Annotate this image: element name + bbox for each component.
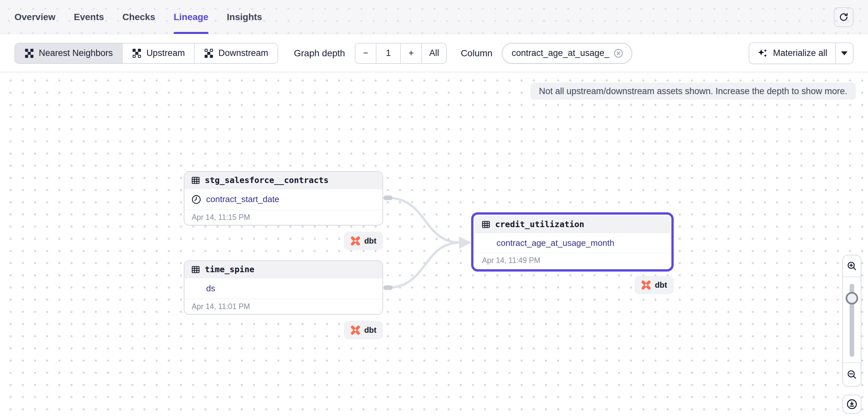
mode-downstream[interactable]: Downstream (195, 44, 278, 63)
column-name: ds (206, 283, 215, 293)
dbt-badge: dbt (634, 276, 674, 294)
zoom-in-button[interactable] (843, 255, 861, 277)
mode-upstream-label: Upstream (146, 48, 185, 58)
depth-increase-button[interactable]: + (401, 44, 422, 63)
tab-overview[interactable]: Overview (14, 0, 56, 34)
zoom-slider-handle[interactable] (846, 292, 858, 305)
tab-checks-label: Checks (122, 12, 155, 22)
depth-decrease-button[interactable]: − (355, 44, 376, 63)
tab-insights[interactable]: Insights (227, 0, 262, 34)
refresh-icon (838, 12, 849, 22)
node-header: time_spine (184, 261, 382, 278)
node-updated-at: Apr 14, 11:15 PM (184, 210, 382, 225)
edge-source-handle (383, 196, 393, 200)
node-time-spine[interactable]: time_spine ds Apr 14, 11:01 PM (184, 260, 383, 315)
node-updated-at: Apr 14, 11:01 PM (184, 299, 382, 314)
dbt-badge-label: dbt (364, 236, 376, 246)
column-name: contract_start_date (206, 194, 279, 204)
zoom-slider[interactable] (843, 277, 861, 363)
dbt-icon (641, 280, 651, 290)
mode-toggle-group: Nearest Neighbors Upstream (14, 43, 278, 64)
dbt-icon (350, 236, 360, 246)
sparkles-icon (757, 48, 768, 59)
nearest-neighbors-icon (24, 48, 34, 58)
tab-events-label: Events (74, 12, 104, 22)
materialize-dropdown-button[interactable] (835, 43, 854, 64)
downstream-icon (204, 48, 214, 58)
depth-value[interactable]: 1 (376, 44, 401, 63)
lineage-edges (0, 73, 868, 420)
mode-nearest-neighbors[interactable]: Nearest Neighbors (15, 44, 123, 63)
tab-overview-label: Overview (14, 12, 56, 22)
node-title: credit_utilization (495, 220, 584, 229)
tab-events[interactable]: Events (74, 0, 104, 34)
mode-upstream[interactable]: Upstream (123, 44, 195, 63)
fit-view-button[interactable] (842, 395, 861, 414)
column-row[interactable]: contract_start_date (184, 189, 382, 210)
zoom-out-button[interactable] (843, 363, 861, 386)
tab-insights-label: Insights (227, 12, 262, 22)
node-title: time_spine (205, 264, 254, 274)
upstream-icon (132, 48, 142, 58)
table-icon (191, 176, 200, 185)
dbt-badge: dbt (344, 232, 383, 250)
node-title: stg_salesforce__contracts (205, 175, 329, 185)
fit-view-icon (846, 398, 858, 410)
tab-lineage[interactable]: Lineage (174, 0, 209, 34)
mode-downstream-label: Downstream (218, 48, 268, 58)
column-row[interactable]: contract_age_at_usage_month (475, 233, 670, 253)
dbt-icon (350, 325, 360, 335)
column-row[interactable]: ds (184, 278, 382, 299)
zoom-in-icon (846, 260, 858, 272)
lineage-toolbar: Nearest Neighbors Upstream (0, 34, 868, 73)
column-name: contract_age_at_usage_month (496, 238, 615, 248)
depth-notice: Not all upstream/downstream assets shown… (530, 83, 856, 100)
table-icon (482, 220, 491, 229)
zoom-out-icon (846, 369, 858, 380)
zoom-control-panel (842, 255, 861, 387)
column-label: Column (461, 48, 492, 59)
node-header: stg_salesforce__contracts (184, 172, 382, 189)
node-credit-utilization-selected[interactable]: credit_utilization contract_age_at_usage… (471, 212, 674, 272)
graph-depth-stepper: − 1 + All (355, 43, 447, 64)
dbt-badge-label: dbt (655, 280, 667, 290)
node-header: credit_utilization (475, 216, 670, 233)
top-nav-bar: Overview Events Checks Lineage Insights (0, 0, 868, 34)
refresh-button[interactable] (834, 7, 854, 27)
mode-nearest-neighbors-label: Nearest Neighbors (39, 48, 113, 58)
column-filter-value: contract_age_at_usage_ (512, 48, 609, 58)
edge-source-handle (383, 285, 393, 290)
tab-checks[interactable]: Checks (122, 0, 155, 34)
dbt-badge: dbt (344, 321, 383, 339)
tab-lineage-label: Lineage (174, 12, 209, 22)
node-stg-salesforce-contracts[interactable]: stg_salesforce__contracts contract_start… (184, 171, 383, 225)
materialize-all-button[interactable]: Materialize all (749, 43, 835, 64)
clock-icon (191, 194, 206, 205)
close-circle-icon[interactable] (613, 48, 624, 59)
lineage-canvas[interactable]: Not all upstream/downstream assets shown… (0, 73, 868, 420)
materialize-split-button: Materialize all (749, 43, 854, 64)
depth-all-button[interactable]: All (422, 44, 446, 63)
dbt-badge-label: dbt (364, 326, 376, 335)
column-filter-pill[interactable]: contract_age_at_usage_ (502, 43, 632, 64)
graph-depth-label: Graph depth (294, 48, 345, 59)
caret-down-icon (841, 51, 848, 55)
table-icon (191, 265, 200, 274)
materialize-all-label: Materialize all (773, 48, 827, 58)
node-updated-at: Apr 14, 11:49 PM (475, 253, 670, 268)
